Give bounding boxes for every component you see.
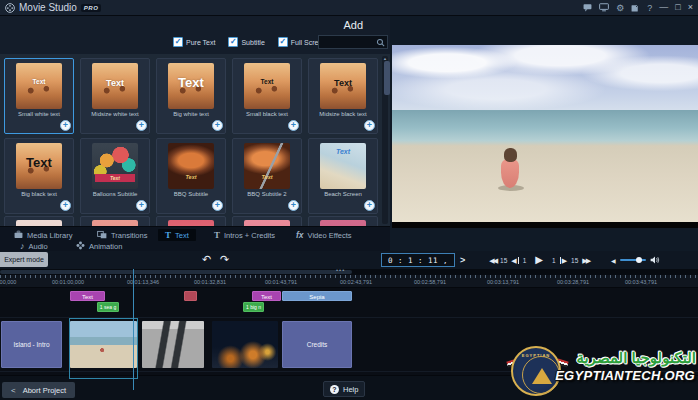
template-thumbnail: Text: [320, 143, 366, 189]
add-template-button[interactable]: +: [364, 120, 375, 131]
redo-button[interactable]: ↷: [220, 251, 229, 267]
help-icon[interactable]: ?: [647, 3, 652, 13]
scrollbar-grip-icon[interactable]: •••: [336, 267, 345, 273]
volume-slider-handle[interactable]: [636, 257, 642, 263]
template-tile[interactable]: [80, 216, 150, 226]
add-template-button[interactable]: +: [288, 200, 299, 211]
audio-clip-sea-gulls[interactable]: 1 sea g: [97, 302, 119, 312]
template-tile[interactable]: [156, 216, 226, 226]
titles-icon: T: [214, 230, 220, 240]
tab-intros-credits[interactable]: T Intros + Credits: [214, 230, 275, 240]
tab-text[interactable]: T Text: [158, 229, 196, 241]
template-tile[interactable]: [4, 216, 74, 226]
add-template-button[interactable]: +: [60, 120, 71, 131]
step-back-icon: ◀: [511, 257, 516, 264]
volume-left-icon[interactable]: ◀: [611, 257, 616, 264]
volume-slider[interactable]: [620, 259, 646, 261]
expert-mode-button[interactable]: Expert mode: [0, 252, 48, 267]
add-template-button[interactable]: +: [212, 120, 223, 131]
ruler-label: 00:02:43,791: [340, 279, 372, 285]
add-template-button[interactable]: +: [364, 200, 375, 211]
help-label: Help: [343, 385, 358, 394]
template-tile-bbq-subtitle[interactable]: Text BBQ Subtitle +: [156, 138, 226, 214]
ruler-label: 00:01:43,791: [265, 279, 297, 285]
title-clip-text-1[interactable]: Text: [70, 291, 105, 301]
skip-back-button[interactable]: ◀◀: [489, 257, 496, 264]
video-clip-credits[interactable]: Credits: [282, 321, 352, 368]
template-tile[interactable]: [232, 216, 302, 226]
effect-clip-sepia[interactable]: Sepia: [282, 291, 352, 301]
subtitle-checkbox[interactable]: ✓: [228, 37, 238, 47]
add-template-button[interactable]: +: [212, 200, 223, 211]
template-tile-big-white-text[interactable]: Text Big white text +: [156, 58, 226, 134]
close-button[interactable]: ×: [688, 3, 693, 12]
add-template-button[interactable]: +: [136, 200, 147, 211]
template-tile-small-white-text[interactable]: Text Small white text +: [4, 58, 74, 134]
play-button[interactable]: ▶: [535, 255, 543, 265]
template-tile-balloons-subtitle[interactable]: Text Balloons Subtitle +: [80, 138, 150, 214]
tab-media-library[interactable]: Media Library: [14, 230, 72, 241]
frame-back-button[interactable]: ◀: [511, 257, 518, 264]
export-icon[interactable]: [631, 3, 640, 12]
fast-forward-icon: ▶▶: [582, 257, 589, 264]
display-settings-icon[interactable]: [599, 3, 609, 12]
feedback-icon[interactable]: [583, 3, 592, 12]
tab-label: Audio: [29, 242, 48, 251]
abort-project-button[interactable]: < Abort Project: [2, 382, 75, 398]
range-chevron-icon[interactable]: >: [460, 255, 465, 265]
template-thumbnail: Text: [16, 63, 62, 109]
gear-icon[interactable]: ⚙: [616, 3, 624, 13]
timeline-ruler[interactable]: 00,000 00:01:00,000 00:01:13,346 00:01:3…: [0, 275, 698, 288]
template-label: Small white text: [7, 111, 71, 118]
clip-selection-outline: [69, 318, 138, 379]
search-input[interactable]: [318, 35, 388, 49]
template-thumbnail: Text: [92, 63, 138, 109]
video-preview[interactable]: [392, 45, 698, 222]
template-tile-midsize-white-text[interactable]: Text Midsize white text +: [80, 58, 150, 134]
title-clip-text-2[interactable]: Text: [252, 291, 281, 301]
template-tile-big-black-text[interactable]: Text Big black text +: [4, 138, 74, 214]
add-template-button[interactable]: +: [60, 200, 71, 211]
video-clip-walking[interactable]: [142, 321, 204, 368]
tab-transitions[interactable]: Transitions: [97, 230, 147, 241]
help-button[interactable]: ? Help: [323, 381, 365, 397]
template-label: BBQ Subtitle 2: [235, 191, 299, 198]
undo-button[interactable]: ↶: [202, 251, 211, 267]
template-tile[interactable]: [308, 216, 378, 226]
frame-bar: [518, 257, 519, 264]
skip-back-amount: 15: [500, 257, 507, 264]
tab-video-effects[interactable]: fx Video Effects: [296, 230, 351, 240]
template-tile-small-black-text[interactable]: Text Small black text +: [232, 58, 302, 134]
tab-audio[interactable]: ♪ Audio: [20, 241, 48, 251]
template-tile-bbq-subtitle-2[interactable]: Text BBQ Subtitle 2 +: [232, 138, 302, 214]
template-filter-row: ✓ Pure Text ✓ Subtitle ✓ Full Screen: [173, 37, 326, 47]
video-clip-night-city[interactable]: [212, 321, 278, 368]
minimize-button[interactable]: —: [659, 3, 668, 12]
template-tile-beach-screen[interactable]: Text Beach Screen +: [308, 138, 378, 214]
add-template-button[interactable]: +: [136, 120, 147, 131]
music-note-icon: ♪: [20, 241, 25, 251]
tab-label: Transitions: [111, 231, 147, 240]
audio-clip-big-n[interactable]: 1 big n: [243, 302, 264, 312]
frame-forward-button[interactable]: ▶: [560, 257, 567, 264]
speaker-icon[interactable]: [650, 251, 660, 269]
skip-fwd-amount: 15: [571, 257, 578, 264]
rewind-icon: ◀◀: [489, 257, 496, 264]
skip-forward-button[interactable]: ▶▶: [582, 257, 589, 264]
template-thumbnail: Text: [16, 143, 62, 189]
filter-subtitle[interactable]: ✓ Subtitle: [228, 37, 264, 47]
full-screen-checkbox[interactable]: ✓: [278, 37, 288, 47]
app-title: Movie Studio: [19, 2, 77, 13]
pure-text-checkbox[interactable]: ✓: [173, 37, 183, 47]
playhead[interactable]: [133, 269, 134, 390]
maximize-button[interactable]: □: [675, 3, 680, 12]
watermark-site-text: EGYPTIANTECH.ORG: [555, 368, 695, 383]
thumbnail-overlay-text: Text: [95, 174, 135, 182]
timeline-scrollbar-handle[interactable]: [0, 270, 352, 274]
add-template-button[interactable]: +: [288, 120, 299, 131]
template-thumbnail: Text: [320, 63, 366, 109]
video-clip-island-intro[interactable]: Island - Intro: [1, 321, 62, 368]
effect-clip-red[interactable]: [184, 291, 197, 301]
template-tile-midsize-black-text[interactable]: Text Midsize black text +: [308, 58, 378, 134]
filter-pure-text[interactable]: ✓ Pure Text: [173, 37, 215, 47]
